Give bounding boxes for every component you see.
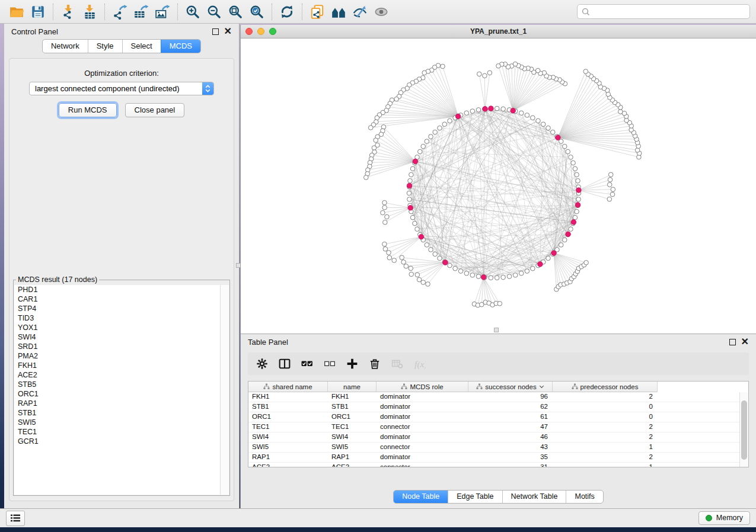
export-table-icon	[133, 4, 149, 20]
mcds-result-item[interactable]: FKH1	[14, 361, 221, 370]
zoom-fit-button[interactable]	[225, 2, 246, 21]
search-field[interactable]	[577, 4, 750, 19]
memory-button[interactable]: Memory	[698, 511, 750, 525]
mcds-result-item[interactable]: SRD1	[14, 342, 221, 351]
function-builder-button[interactable]: f(x)	[412, 355, 428, 372]
tab-node-table[interactable]: Node Table	[394, 491, 448, 503]
horizontal-divider-grip[interactable]	[494, 328, 499, 332]
duplicate-network-button[interactable]	[307, 2, 328, 21]
zoom-in-button[interactable]	[182, 2, 203, 21]
mcds-result-item[interactable]: ORC1	[14, 389, 221, 399]
zoom-selected-button[interactable]	[246, 2, 267, 21]
table-row[interactable]: FKH1FKH1dominator962	[248, 392, 748, 402]
table-row[interactable]: ORC1ORC1dominator610	[248, 412, 748, 422]
mcds-result-item[interactable]: GCR1	[14, 437, 221, 446]
table-panel: Table Panel ✕ f(x) shared namenameMCDS r…	[240, 334, 756, 508]
tab-edge-table[interactable]: Edge Table	[448, 491, 502, 503]
mcds-result-item[interactable]: RAP1	[14, 399, 221, 408]
export-image-button[interactable]	[152, 2, 173, 21]
settings-button[interactable]	[254, 355, 270, 372]
optimization-criterion-select[interactable]: largest connected component (undirected)	[29, 82, 214, 95]
mcds-result-item[interactable]: YOX1	[14, 323, 221, 332]
mcds-result-title: MCDS result (17 nodes)	[16, 275, 99, 284]
column-header-predecessor-nodes[interactable]: predecessor nodes	[553, 382, 658, 392]
delete-table-button[interactable]	[389, 355, 406, 372]
mcds-result-item[interactable]: TID3	[14, 313, 221, 323]
delete-button[interactable]	[366, 355, 383, 372]
export-network-icon	[112, 4, 127, 20]
mcds-result-list[interactable]: PHD1CAR1STP4TID3YOX1SWI4SRD1PMA2FKH1ACE2…	[14, 285, 221, 495]
zoom-out-button[interactable]	[203, 2, 225, 21]
run-mcds-button[interactable]: Run MCDS	[59, 103, 117, 117]
table-cell: SWI4	[248, 432, 328, 442]
table-cell: 2	[553, 392, 658, 402]
zoom-selected-icon	[249, 4, 264, 20]
tab-network[interactable]: Network	[43, 40, 88, 53]
table-row[interactable]: RAP1RAP1dominator352	[248, 453, 748, 463]
export-table-button[interactable]	[130, 2, 152, 21]
mcds-result-item[interactable]: SWI5	[14, 418, 221, 427]
table-row[interactable]: SWI4SWI4dominator462	[248, 432, 748, 443]
hide-selected-button[interactable]	[349, 2, 371, 21]
search-input[interactable]	[593, 7, 745, 17]
table-scrollbar[interactable]	[739, 392, 748, 467]
add-button[interactable]	[344, 355, 361, 372]
deselect-all-icon	[324, 358, 336, 370]
mcds-result-item[interactable]: CAR1	[14, 294, 221, 304]
table-scrollbar-thumb[interactable]	[741, 400, 747, 460]
select-all-button[interactable]	[299, 355, 315, 372]
mcds-result-item[interactable]: TEC1	[14, 427, 221, 437]
float-table-panel-icon[interactable]	[729, 339, 736, 345]
mcds-result-item[interactable]: SWI4	[14, 332, 221, 342]
tab-motifs[interactable]: Motifs	[566, 491, 602, 503]
mcds-result-item[interactable]: ACE2	[14, 370, 221, 380]
mcds-result-item[interactable]: PMA2	[14, 351, 221, 361]
columns-button[interactable]	[276, 355, 293, 372]
close-table-panel-icon[interactable]: ✕	[741, 339, 749, 345]
memory-status-icon	[706, 515, 712, 521]
import-table-button[interactable]	[79, 2, 100, 21]
refresh-button[interactable]	[276, 2, 298, 21]
column-header-MCDS-role[interactable]: MCDS role	[377, 382, 468, 392]
tab-select[interactable]: Select	[122, 40, 161, 53]
control-panel: Control Panel ✕ Network Style Select MCD…	[4, 24, 240, 508]
mcds-result-scrollbar[interactable]	[220, 285, 229, 495]
table-cell: FKH1	[248, 392, 328, 402]
close-panel-icon[interactable]: ✕	[224, 28, 232, 34]
mcds-result-item[interactable]: STP4	[14, 304, 221, 313]
show-all-button[interactable]	[371, 2, 392, 21]
optimization-criterion-label: Optimization criterion:	[9, 69, 234, 78]
node-table-header: shared namenameMCDS rolesuccessor nodesp…	[248, 382, 748, 392]
optimization-criterion-value: largest connected component (undirected)	[35, 84, 180, 93]
deselect-all-button[interactable]	[321, 355, 338, 372]
export-network-button[interactable]	[109, 2, 130, 21]
column-header-shared-name[interactable]: shared name	[248, 382, 328, 392]
mcds-result-item[interactable]: STB5	[14, 380, 221, 389]
network-graph[interactable]	[241, 39, 755, 334]
table-row[interactable]: SWI5SWI5connector431	[248, 443, 748, 453]
task-history-button[interactable]	[6, 511, 25, 526]
import-network-button[interactable]	[58, 2, 79, 21]
status-bar: Memory	[0, 508, 756, 527]
tab-mcds[interactable]: MCDS	[161, 40, 200, 53]
tab-style[interactable]: Style	[88, 40, 122, 53]
mcds-result-item[interactable]: STB1	[14, 408, 221, 418]
open-icon	[9, 4, 24, 20]
close-panel-button[interactable]: Close panel	[125, 103, 185, 117]
mcds-result-item[interactable]: PHD1	[14, 285, 221, 294]
column-header-successor-nodes[interactable]: successor nodes	[468, 382, 553, 392]
first-neighbors-button[interactable]	[328, 2, 349, 21]
table-cell: ORC1	[248, 412, 328, 422]
table-row[interactable]: STB1STB1dominator620	[248, 402, 748, 412]
column-header-name[interactable]: name	[328, 382, 377, 392]
search-icon	[582, 8, 590, 16]
network-canvas[interactable]	[241, 39, 755, 334]
tab-network-table[interactable]: Network Table	[502, 491, 566, 503]
open-button[interactable]	[6, 2, 27, 21]
table-cell: 61	[468, 412, 553, 422]
float-panel-icon[interactable]	[212, 28, 219, 35]
table-row[interactable]: TEC1TEC1connector472	[248, 422, 748, 432]
save-button[interactable]	[27, 2, 49, 21]
table-row[interactable]: ACE2ACE2connector311	[248, 463, 748, 467]
toolbar-separator	[104, 4, 105, 20]
